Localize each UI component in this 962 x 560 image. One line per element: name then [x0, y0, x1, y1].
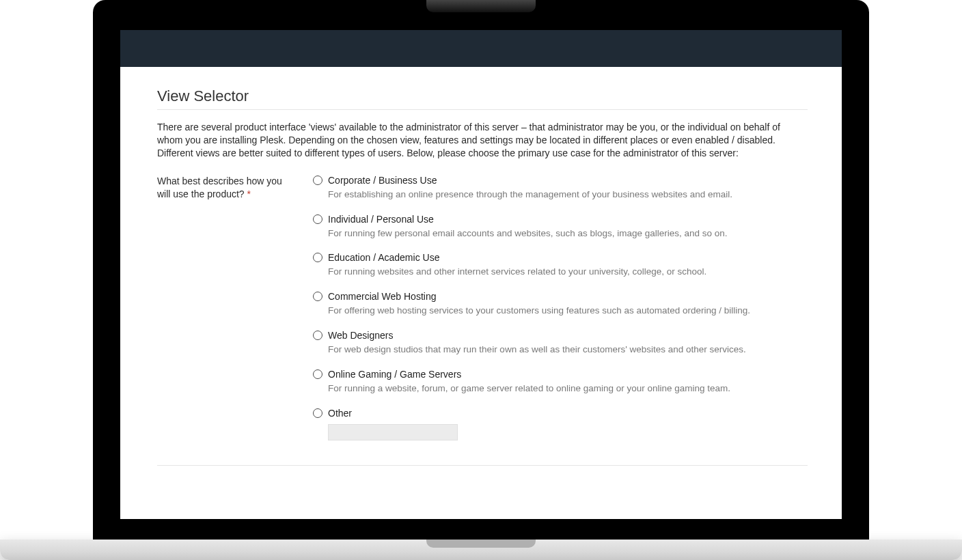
option-commercial-hosting: Commercial Web Hosting For offering web …	[313, 291, 808, 318]
options-group: Corporate / Business Use For establishin…	[313, 175, 808, 453]
option-head[interactable]: Corporate / Business Use	[313, 175, 808, 186]
required-mark: *	[247, 188, 251, 199]
radio-icon[interactable]	[313, 253, 322, 262]
laptop-right-bezel	[842, 27, 869, 533]
form-row: What best describes how you will use the…	[157, 175, 808, 453]
radio-icon[interactable]	[313, 292, 322, 301]
option-head[interactable]: Commercial Web Hosting	[313, 291, 808, 302]
laptop-camera-notch	[426, 0, 536, 12]
divider	[157, 465, 808, 466]
page-content: View Selector There are several product …	[120, 67, 842, 479]
option-label: Individual / Personal Use	[328, 214, 434, 225]
option-head[interactable]: Online Gaming / Game Servers	[313, 369, 808, 380]
page-title: View Selector	[157, 87, 808, 110]
option-web-designers: Web Designers For web design studios tha…	[313, 330, 808, 356]
option-label: Education / Academic Use	[328, 252, 439, 263]
option-description: For web design studios that may run thei…	[328, 344, 808, 356]
question-text: What best describes how you will use the…	[157, 176, 282, 199]
option-label: Corporate / Business Use	[328, 175, 437, 186]
option-description: For establishing an online presence thro…	[328, 188, 808, 201]
laptop-left-bezel	[93, 27, 120, 533]
option-head[interactable]: Other	[313, 408, 808, 419]
option-head[interactable]: Web Designers	[313, 330, 808, 341]
laptop-trackpad-notch	[426, 540, 536, 548]
option-label: Web Designers	[328, 330, 393, 341]
radio-icon[interactable]	[313, 214, 322, 224]
option-other: Other	[313, 408, 808, 440]
radio-icon[interactable]	[313, 369, 322, 379]
screen-area: View Selector There are several product …	[120, 30, 842, 519]
option-label: Online Gaming / Game Servers	[328, 369, 461, 380]
option-description: For running few personal email accounts …	[328, 227, 808, 240]
question-label: What best describes how you will use the…	[157, 175, 294, 453]
option-label: Commercial Web Hosting	[328, 291, 436, 302]
radio-icon[interactable]	[313, 408, 322, 418]
app-header-bar	[120, 30, 842, 67]
option-corporate: Corporate / Business Use For establishin…	[313, 175, 808, 201]
laptop-top-bezel	[93, 0, 869, 30]
option-individual: Individual / Personal Use For running fe…	[313, 214, 808, 240]
other-text-input[interactable]	[328, 424, 458, 440]
option-head[interactable]: Individual / Personal Use	[313, 214, 808, 225]
radio-icon[interactable]	[313, 176, 322, 185]
laptop-mockup-frame: View Selector There are several product …	[0, 0, 962, 560]
option-online-gaming: Online Gaming / Game Servers For running…	[313, 369, 808, 395]
option-description: For offering web hosting services to you…	[328, 305, 808, 318]
option-head[interactable]: Education / Academic Use	[313, 252, 808, 263]
radio-icon[interactable]	[313, 331, 322, 340]
option-description: For running a website, forum, or game se…	[328, 382, 808, 395]
option-description: For running websites and other internet …	[328, 266, 808, 279]
page-intro-text: There are several product interface 'vie…	[157, 121, 808, 160]
option-education: Education / Academic Use For running web…	[313, 252, 808, 279]
option-label: Other	[328, 408, 352, 419]
